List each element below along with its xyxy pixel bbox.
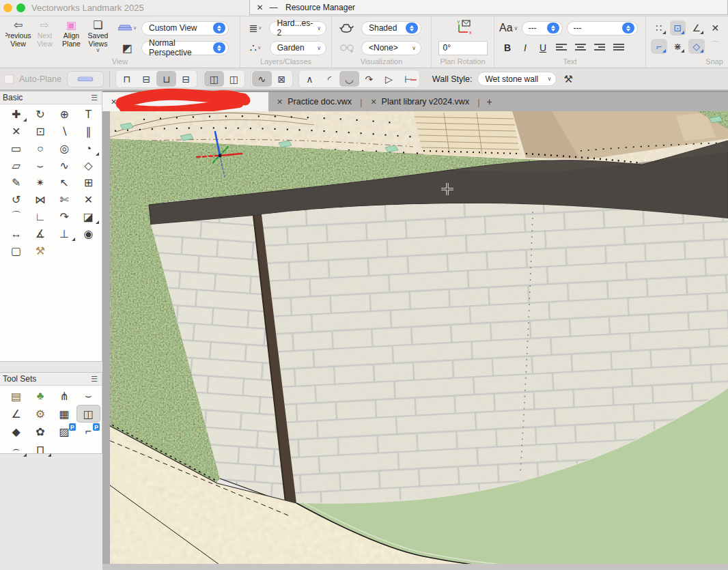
arc-tool[interactable]: ◔ (76, 140, 100, 157)
move-by-points-tool[interactable]: ⊥ (53, 225, 76, 242)
intersection-snap-button[interactable]: ⋇ (670, 39, 686, 54)
drawing-view[interactable] (102, 111, 728, 570)
render-teapot-icon[interactable] (337, 23, 357, 33)
site-model-tool[interactable]: ⚙ (28, 405, 52, 423)
palette-menu-icon[interactable]: ☰ (91, 94, 98, 102)
view-plane-icon[interactable]: ∨ (117, 24, 137, 32)
align-plane-button[interactable]: ▣ Align Plane (58, 19, 85, 54)
bezier-vertex-mode[interactable]: ↷ (359, 71, 379, 87)
class-dropdown[interactable]: Garden ∨ (270, 41, 326, 55)
tab-active-document[interactable]: ✕ wx (102, 92, 268, 111)
select-similar-tool[interactable]: ↖ (53, 174, 76, 191)
align-center-button[interactable] (572, 40, 589, 55)
tool-preferences-icon[interactable]: ⚒ (563, 73, 572, 85)
text-tool[interactable]: T (76, 106, 100, 123)
polygon-tool[interactable]: ▱ (4, 157, 28, 174)
tab-close-icon[interactable]: ✕ (111, 98, 117, 106)
site-modifier-tool[interactable]: ⌣ (76, 387, 100, 405)
selection-tool[interactable]: ✕ (4, 123, 28, 140)
fence-tool[interactable]: ▦ (53, 405, 76, 423)
background-render-dropdown[interactable]: <None> ∨ (361, 41, 421, 55)
rectangle-creation-mode[interactable]: ⊠ (272, 71, 292, 87)
landscape-area-tool[interactable]: ♣ (28, 387, 52, 405)
tool-sets-palette-header[interactable]: Tool Sets ☰ (0, 373, 102, 386)
rounded-rectangle-tool[interactable]: ▭ (4, 140, 28, 157)
mirror-tool[interactable]: ⋈ (28, 191, 52, 208)
wall-right-control-mode[interactable]: ⊔ (156, 71, 176, 87)
pan-tool[interactable]: ✚ (4, 106, 28, 123)
tape-measure-tool[interactable]: ◉ (76, 225, 100, 242)
font-style-dropdown[interactable]: --- (567, 21, 638, 35)
circle-tool[interactable]: ○ (28, 140, 52, 157)
underline-button[interactable]: U (535, 40, 551, 55)
previous-view-button[interactable]: ⇦ Previous View (5, 19, 31, 54)
wall-custom-control-mode[interactable]: ⊟ (176, 71, 196, 87)
shell-solid-tool[interactable]: ◪ (76, 208, 100, 225)
fillet-tool[interactable]: ⌒ (4, 208, 28, 225)
wall-left-control-mode[interactable]: ⊓ (117, 71, 137, 87)
point-on-arc-mode[interactable]: ▷ (379, 71, 399, 87)
tab-practice-doc[interactable]: ✕ Practice doc.vwx (268, 92, 360, 111)
angular-dimension-tool[interactable]: ∡ (28, 225, 52, 242)
angle-snap-button[interactable]: ∠ (688, 20, 705, 35)
new-tab-button[interactable]: + (480, 96, 499, 107)
plant-tool[interactable]: ✿ (28, 423, 52, 440)
classes-icon[interactable]: ∴∨ (245, 42, 266, 55)
grid-snap-button[interactable]: ∷ (651, 20, 667, 35)
auto-plane-checkbox[interactable] (4, 74, 14, 84)
attribute-mapping-tool[interactable]: ⚒ (28, 242, 52, 259)
tab-close-icon[interactable]: ✕ (277, 98, 283, 106)
palette-menu-icon[interactable]: ☰ (91, 375, 98, 384)
chamfer-tool[interactable]: ∟ (28, 208, 52, 225)
tab-plant-library[interactable]: ✕ Plant library v2024.vwx (362, 92, 477, 111)
align-right-button[interactable] (591, 40, 608, 55)
wall-tool[interactable]: ◫ (76, 405, 100, 423)
tangent-vertex-mode[interactable]: ⊢ (399, 71, 419, 87)
eyedropper-tool[interactable]: ✎ (4, 174, 28, 191)
bold-button[interactable]: B (499, 40, 516, 55)
split-tool[interactable]: ✄ (53, 191, 76, 208)
wall-style-dropdown[interactable]: Wet stone wall ∨ (477, 72, 557, 86)
rotate-tool[interactable]: ↺ (4, 191, 28, 208)
tangent-snap-button[interactable]: ⌒ (708, 39, 724, 54)
object-snap-button[interactable]: ⊡ (670, 20, 686, 35)
resource-manager-titlebar[interactable]: ✕ — Resource Manager (249, 0, 728, 15)
freehand-tool[interactable]: ∿ (53, 157, 76, 174)
justify-button[interactable] (610, 40, 628, 55)
font-dropdown[interactable]: --- (522, 21, 563, 35)
hardscape-slab-tool[interactable]: ▨P (53, 423, 76, 440)
arc-vertex-mode[interactable]: ◜ (320, 71, 339, 87)
dimension-tool[interactable]: ↔ (4, 225, 28, 242)
pipe-tool[interactable]: ⌐P (76, 423, 100, 440)
wall-cap-mode-b[interactable]: ◫ (224, 71, 244, 87)
layers-icon[interactable]: ≣∨ (245, 22, 265, 35)
wall-center-control-mode[interactable]: ⊟ (137, 71, 156, 87)
boulder-tool[interactable]: ◆ (4, 423, 28, 440)
saved-views-button[interactable]: ❏ Saved Views ∨ (85, 19, 111, 54)
tab-close-icon[interactable]: ✕ (370, 98, 376, 106)
selection-marquee-tool[interactable]: ▢ (4, 242, 28, 259)
smart-edge-snap-button[interactable]: ◇ (688, 39, 705, 54)
flyover-tool[interactable]: ↻ (28, 106, 52, 123)
trim-tool[interactable]: ✕ (76, 191, 100, 208)
site-furniture-tool[interactable]: ⊓ (28, 440, 52, 458)
double-line-tool[interactable]: ∥ (76, 123, 100, 140)
text-format-icon[interactable]: Aa∨ (499, 22, 518, 34)
italic-button[interactable]: I (517, 40, 533, 55)
arc-mode[interactable]: ◡ (339, 71, 359, 87)
layer-dropdown[interactable]: Hard...es-2 ∨ (269, 21, 326, 35)
resource-manager-close-icon[interactable]: ✕ (255, 3, 264, 12)
resource-manager-minimize-icon[interactable]: — (269, 3, 278, 12)
next-view-button[interactable]: ⇨ Next View (31, 19, 58, 54)
auto-plane-mode-button[interactable] (67, 71, 104, 87)
smart-point-snap-button[interactable]: ⌐ (651, 39, 667, 54)
wand-tool[interactable]: ✴ (28, 174, 52, 191)
zoom-traffic-light[interactable] (16, 3, 25, 12)
zoom-tool[interactable]: ⊕ (53, 106, 76, 123)
align-left-button[interactable] (552, 40, 570, 55)
curved-ramp-tool[interactable]: ⌢ (4, 440, 28, 458)
drawing-canvas[interactable] (102, 111, 728, 570)
corner-vertex-mode[interactable]: ∧ (300, 71, 320, 87)
projection-dropdown[interactable]: Normal Perspective (141, 41, 229, 55)
extend-tool[interactable]: ↷ (53, 208, 76, 225)
